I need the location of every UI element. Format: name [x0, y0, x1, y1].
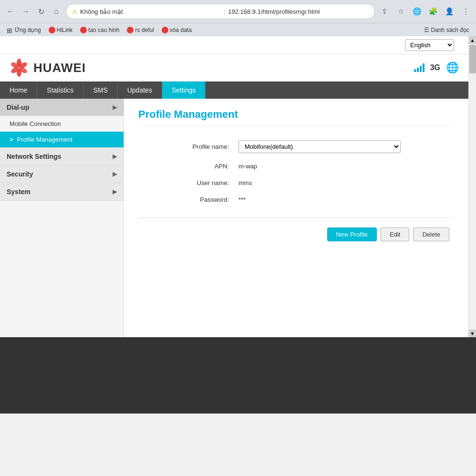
scroll-up-button[interactable]: ▲ — [469, 36, 476, 44]
reading-list[interactable]: ☰ Danh sách đọc — [421, 26, 472, 34]
password-row: Password: *** — [138, 191, 454, 208]
forward-button[interactable]: → — [19, 5, 32, 18]
globe-icon: 🌐 — [446, 62, 459, 74]
browser-chrome: ← → ↻ ⌂ ⚠ Không bảo mật | 192.168.9.1/ht… — [0, 0, 476, 414]
edit-button[interactable]: Edit — [381, 228, 409, 241]
browser-action-buttons: ⇪ ☆ 🌐 🧩 👤 ⋮ — [378, 5, 472, 18]
profile-name-select[interactable]: Mobifone(default) — [238, 140, 401, 153]
sidebar-section-security: Security ▶ — [0, 166, 124, 183]
password-value: *** — [234, 191, 454, 208]
username-value: mms — [234, 175, 454, 191]
content-area: Profile Management Profile name: Mobifon… — [124, 99, 468, 337]
huawei-logo: HUAWEI — [10, 58, 86, 77]
form-divider — [138, 217, 454, 218]
sidebar: Dial-up ▶ Mobile Connection Profile Mana… — [0, 99, 124, 337]
bookmark-button[interactable]: ☆ — [394, 5, 407, 18]
page-content: English Vietnamese Chinese — [0, 36, 468, 337]
apn-value: m-wap — [234, 158, 454, 175]
back-button[interactable]: ← — [4, 5, 17, 18]
security-arrow-icon: ▶ — [113, 171, 117, 177]
profile-name-row: Profile name: Mobifone(default) — [138, 135, 454, 158]
huawei-brand-name: HUAWEI — [33, 61, 86, 75]
sidebar-header-security[interactable]: Security ▶ — [0, 166, 124, 183]
system-arrow-icon: ▶ — [113, 188, 117, 195]
huawei-header: HUAWEI 3G 🌐 — [0, 54, 468, 82]
nav-updates[interactable]: Updates — [118, 82, 162, 99]
signal-bar-2 — [417, 68, 419, 72]
username-row: User name: mms — [138, 175, 454, 191]
huawei-logo-icon — [10, 58, 29, 77]
sidebar-dialup-label: Dial-up — [7, 103, 29, 111]
home-button[interactable]: ⌂ — [50, 5, 63, 18]
system-label: System — [7, 188, 31, 196]
profile-name-label: Profile name: — [138, 135, 234, 158]
sidebar-header-system[interactable]: System ▶ — [0, 183, 124, 200]
sidebar-header-network-settings[interactable]: Network Settings ▶ — [0, 148, 124, 165]
hilink-icon — [49, 27, 55, 33]
globe-button[interactable]: 🌐 — [410, 5, 424, 18]
bookmark-tao-cau-hinh[interactable]: tao cau hinh — [77, 26, 122, 34]
signal-bar-3 — [420, 66, 422, 72]
username-label: User name: — [138, 175, 234, 191]
menu-button[interactable]: ⋮ — [459, 5, 472, 18]
sidebar-item-profile-management[interactable]: Profile Management — [0, 132, 124, 147]
bottom-area — [0, 337, 476, 414]
reading-list-label: Danh sách đọc — [431, 27, 469, 33]
network-settings-label: Network Settings — [7, 153, 61, 160]
sidebar-item-mobile-connection[interactable]: Mobile Connection — [0, 116, 124, 132]
reload-button[interactable]: ↻ — [34, 5, 48, 18]
network-type-label: 3G — [430, 63, 440, 72]
delete-button[interactable]: Delete — [413, 228, 449, 241]
tao-cau-hinh-icon — [80, 27, 87, 33]
profile-management-label: Profile Management — [17, 136, 72, 143]
url-text: 192.168.9.1/html/profilesmgr.html — [228, 8, 369, 15]
nav-statistics[interactable]: Statistics — [37, 82, 83, 99]
bookmark-rs-deful[interactable]: rs deful — [124, 26, 156, 34]
profile-name-value-cell: Mobifone(default) — [234, 135, 454, 158]
button-row: New Profile Edit Delete — [138, 223, 454, 246]
bookmark-xoa-data-label: xóa data — [170, 27, 192, 33]
share-button[interactable]: ⇪ — [378, 5, 391, 18]
signal-bar-4 — [423, 63, 424, 72]
network-settings-arrow-icon: ▶ — [113, 153, 117, 160]
address-bar[interactable]: ⚠ Không bảo mật | 192.168.9.1/html/profi… — [66, 4, 375, 19]
reading-list-icon: ☰ — [424, 27, 429, 33]
sidebar-section-network-settings: Network Settings ▶ — [0, 148, 124, 166]
nav-sms[interactable]: SMS — [83, 82, 117, 99]
password-label: Password: — [138, 191, 234, 208]
bookmark-apps[interactable]: ⊞ Ứng dụng — [4, 26, 44, 34]
bookmark-tao-cau-hinh-label: tao cau hinh — [88, 27, 119, 33]
bookmark-hilink[interactable]: HiLink — [46, 26, 75, 34]
main-layout: Dial-up ▶ Mobile Connection Profile Mana… — [0, 99, 468, 337]
sidebar-section-system: System ▶ — [0, 183, 124, 201]
browser-toolbar: ← → ↻ ⌂ ⚠ Không bảo mật | 192.168.9.1/ht… — [0, 0, 476, 23]
language-bar: English Vietnamese Chinese — [0, 36, 468, 54]
nav-home[interactable]: Home — [0, 82, 37, 99]
scrollbar[interactable]: ▲ ▼ — [468, 36, 476, 337]
bookmark-rs-deful-label: rs deful — [135, 27, 154, 33]
xoa-data-icon — [162, 27, 168, 33]
bookmark-apps-label: Ứng dụng — [15, 27, 41, 33]
apn-row: APN: m-wap — [138, 158, 454, 175]
warning-text: Không bảo mật — [80, 8, 221, 15]
profile-button[interactable]: 👤 — [443, 5, 456, 18]
scroll-thumb[interactable] — [469, 45, 476, 73]
dialup-arrow-icon: ▶ — [113, 104, 117, 111]
sidebar-header-dialup[interactable]: Dial-up ▶ — [0, 99, 124, 116]
sidebar-section-dialup: Dial-up ▶ Mobile Connection Profile Mana… — [0, 99, 124, 148]
apn-label: APN: — [138, 158, 234, 175]
extensions-button[interactable]: 🧩 — [426, 5, 440, 18]
page-area: English Vietnamese Chinese — [0, 36, 476, 337]
nav-settings[interactable]: Settings — [162, 82, 206, 99]
nav-bar: Home Statistics SMS Updates Settings — [0, 82, 468, 99]
scroll-down-button[interactable]: ▼ — [469, 330, 476, 337]
bookmark-xoa-data[interactable]: xóa data — [159, 26, 195, 34]
signal-strength-icon — [414, 63, 424, 72]
language-select[interactable]: English Vietnamese Chinese — [405, 39, 454, 51]
header-right: 3G 🌐 — [414, 62, 459, 74]
browser-nav-buttons: ← → ↻ ⌂ — [4, 5, 63, 18]
signal-bar-1 — [414, 69, 416, 72]
mobile-connection-label: Mobile Connection — [10, 120, 61, 127]
bookmarks-bar: ⊞ Ứng dụng HiLink tao cau hinh rs deful … — [0, 23, 476, 36]
new-profile-button[interactable]: New Profile — [327, 228, 377, 241]
